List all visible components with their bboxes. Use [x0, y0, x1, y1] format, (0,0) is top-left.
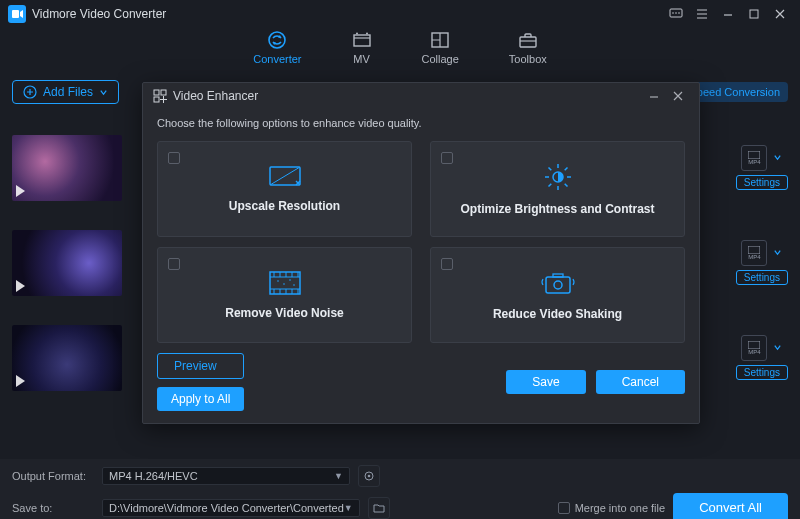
film-icon — [268, 270, 302, 296]
format-icon: MP4 — [741, 240, 767, 266]
settings-button[interactable]: Settings — [736, 175, 788, 190]
convert-all-button[interactable]: Convert All — [673, 493, 788, 519]
merge-label: Merge into one file — [575, 502, 666, 514]
svg-rect-15 — [748, 341, 760, 349]
add-files-button[interactable]: Add Files — [12, 80, 119, 104]
brightness-icon — [543, 162, 573, 192]
svg-rect-7 — [354, 35, 370, 46]
chevron-down-icon — [773, 246, 782, 260]
save-to-label: Save to: — [12, 502, 94, 514]
svg-rect-30 — [553, 274, 563, 277]
output-format-selector[interactable]: MP4 — [741, 145, 782, 171]
svg-point-26 — [289, 279, 291, 281]
dialog-subtitle: Choose the following options to enhance … — [157, 117, 685, 129]
svg-rect-14 — [748, 246, 760, 254]
stabilize-icon — [540, 269, 576, 297]
card-optimize-brightness[interactable]: Optimize Brightness and Contrast — [430, 141, 685, 237]
svg-point-4 — [678, 12, 680, 14]
toolbox-icon — [518, 30, 538, 50]
tab-collage[interactable]: Collage — [422, 30, 459, 65]
menu-icon[interactable] — [690, 2, 714, 26]
svg-point-29 — [554, 281, 562, 289]
output-format-value: MP4 H.264/HEVC — [109, 470, 198, 482]
minimize-button[interactable] — [716, 2, 740, 26]
output-format-selector[interactable]: MP4 — [741, 240, 782, 266]
collage-icon — [430, 30, 450, 50]
checkbox-icon — [558, 502, 570, 514]
chevron-down-icon: ▼ — [334, 471, 343, 481]
svg-rect-0 — [12, 10, 19, 18]
format-settings-button[interactable] — [358, 465, 380, 487]
checkbox-icon[interactable] — [168, 258, 180, 270]
feedback-icon[interactable] — [664, 2, 688, 26]
main-nav: Converter MV Collage Toolbox — [0, 28, 800, 76]
merge-checkbox[interactable]: Merge into one file — [558, 502, 666, 514]
svg-point-2 — [672, 12, 674, 14]
chevron-down-icon — [99, 88, 108, 97]
card-upscale-resolution[interactable]: Upscale Resolution — [157, 141, 412, 237]
chevron-down-icon: ▼ — [344, 503, 353, 513]
card-label: Upscale Resolution — [229, 199, 340, 213]
dialog-minimize-button[interactable] — [643, 85, 665, 107]
settings-button[interactable]: Settings — [736, 365, 788, 380]
svg-point-24 — [277, 280, 279, 282]
tab-label: Toolbox — [509, 53, 547, 65]
svg-rect-13 — [748, 151, 760, 159]
tab-converter[interactable]: Converter — [253, 30, 301, 65]
save-button[interactable]: Save — [506, 370, 585, 394]
apply-to-all-button[interactable]: Apply to All — [157, 387, 244, 411]
title-bar: Vidmore Video Converter — [0, 0, 800, 28]
upscale-icon — [268, 165, 302, 189]
tab-mv[interactable]: MV — [352, 30, 372, 65]
card-remove-noise[interactable]: Remove Video Noise — [157, 247, 412, 343]
settings-button[interactable]: Settings — [736, 270, 788, 285]
save-to-value: D:\Vidmore\Vidmore Video Converter\Conve… — [109, 502, 344, 514]
save-to-select[interactable]: D:\Vidmore\Vidmore Video Converter\Conve… — [102, 499, 360, 517]
checkbox-icon[interactable] — [441, 258, 453, 270]
video-thumbnail[interactable] — [12, 135, 122, 201]
card-reduce-shaking[interactable]: Reduce Video Shaking — [430, 247, 685, 343]
card-label: Optimize Brightness and Contrast — [460, 202, 654, 216]
video-thumbnail[interactable] — [12, 325, 122, 391]
maximize-button[interactable] — [742, 2, 766, 26]
app-logo — [8, 5, 26, 23]
svg-rect-11 — [520, 37, 536, 47]
svg-point-6 — [269, 32, 285, 48]
dialog-title: Video Enhancer — [173, 89, 258, 103]
output-format-selector[interactable]: MP4 — [741, 335, 782, 361]
svg-point-8 — [356, 33, 358, 35]
svg-rect-19 — [161, 90, 166, 95]
format-icon: MP4 — [741, 335, 767, 361]
output-format-label: Output Format: — [12, 470, 94, 482]
svg-point-25 — [283, 283, 285, 285]
svg-rect-5 — [750, 10, 758, 18]
add-files-label: Add Files — [43, 85, 93, 99]
output-format-select[interactable]: MP4 H.264/HEVC ▼ — [102, 467, 350, 485]
tab-label: Collage — [422, 53, 459, 65]
plus-icon — [23, 85, 37, 99]
bottom-bar: Output Format: MP4 H.264/HEVC ▼ Save to:… — [0, 459, 800, 519]
dialog-close-button[interactable] — [667, 85, 689, 107]
svg-rect-18 — [154, 90, 159, 95]
checkbox-icon[interactable] — [168, 152, 180, 164]
enhancer-icon — [153, 89, 167, 103]
tab-toolbox[interactable]: Toolbox — [509, 30, 547, 65]
video-thumbnail[interactable] — [12, 230, 122, 296]
open-folder-button[interactable] — [368, 497, 390, 519]
svg-point-27 — [293, 284, 295, 286]
chevron-down-icon — [773, 341, 782, 355]
tab-label: Converter — [253, 53, 301, 65]
svg-point-3 — [675, 12, 677, 14]
preview-button[interactable]: Preview — [157, 353, 244, 379]
chevron-down-icon — [773, 151, 782, 165]
converter-icon — [267, 30, 287, 50]
card-label: Remove Video Noise — [225, 306, 344, 320]
checkbox-icon[interactable] — [441, 152, 453, 164]
close-button[interactable] — [768, 2, 792, 26]
svg-rect-20 — [154, 97, 159, 102]
mv-icon — [352, 30, 372, 50]
svg-point-17 — [368, 475, 371, 478]
dialog-title-bar: Video Enhancer — [143, 83, 699, 109]
dialog-footer: Preview Apply to All Save Cancel — [143, 343, 699, 423]
cancel-button[interactable]: Cancel — [596, 370, 685, 394]
